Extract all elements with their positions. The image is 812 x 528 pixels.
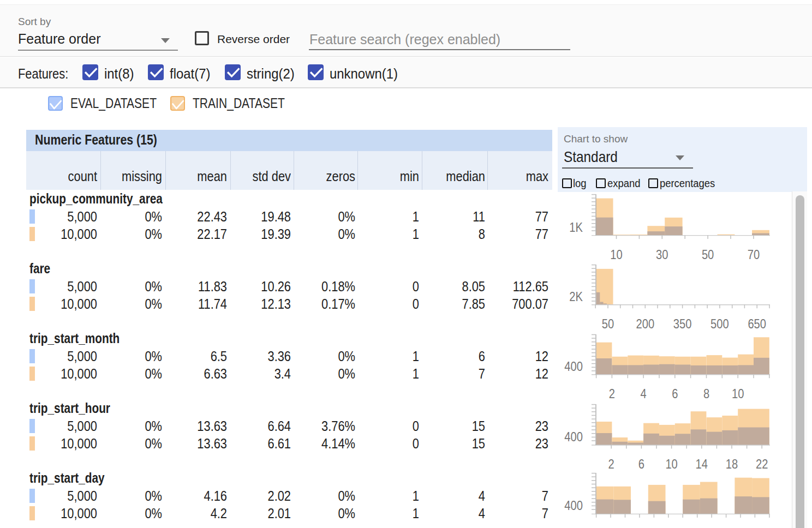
svg-text:350: 350: [673, 316, 692, 331]
svg-text:22: 22: [756, 457, 768, 472]
svg-text:6: 6: [638, 457, 644, 472]
svg-text:10: 10: [610, 247, 622, 262]
svg-text:18: 18: [726, 457, 738, 472]
svg-text:50: 50: [702, 247, 714, 262]
svg-text:400: 400: [564, 499, 583, 513]
svg-text:10: 10: [732, 386, 744, 401]
svg-text:2: 2: [608, 457, 614, 472]
svg-text:400: 400: [564, 359, 583, 374]
svg-text:1K: 1K: [569, 220, 583, 235]
svg-text:2: 2: [609, 386, 615, 401]
svg-text:4: 4: [640, 386, 646, 401]
svg-text:50: 50: [602, 316, 614, 331]
svg-text:8: 8: [703, 386, 709, 401]
svg-text:2K: 2K: [569, 289, 583, 304]
svg-text:30: 30: [656, 247, 668, 262]
svg-text:14: 14: [696, 457, 708, 472]
svg-text:500: 500: [710, 316, 729, 331]
svg-text:70: 70: [748, 247, 760, 262]
svg-text:400: 400: [564, 429, 583, 444]
svg-text:200: 200: [636, 316, 654, 331]
svg-text:6: 6: [672, 386, 678, 401]
svg-text:650: 650: [748, 316, 766, 331]
svg-text:10: 10: [665, 457, 677, 472]
